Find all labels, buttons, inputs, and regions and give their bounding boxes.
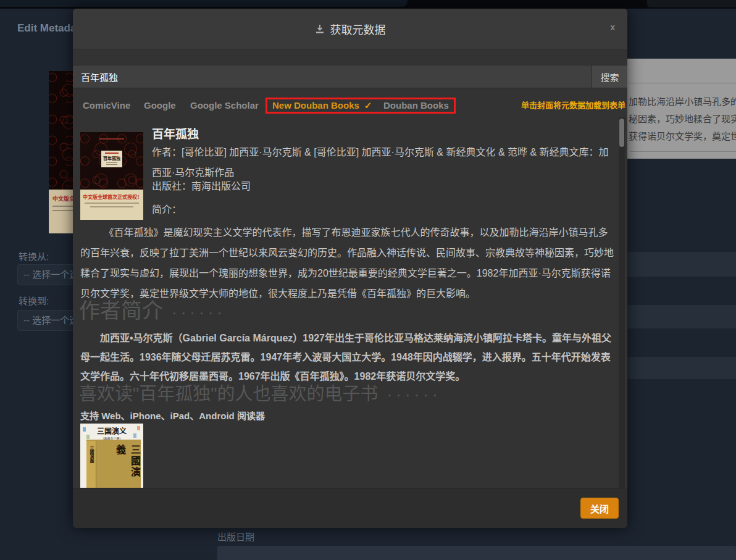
intro-label: 简介： bbox=[152, 201, 182, 216]
modal-header: 获取元数据 x bbox=[73, 9, 627, 49]
search-row: 搜索 bbox=[73, 65, 627, 88]
navbar-right-piece bbox=[647, 0, 736, 7]
result-book-cover[interactable]: 百年孤独 中文版全球首次正式授权！ bbox=[80, 132, 143, 220]
result-author-line: 作者：[哥伦比亚] 加西亚·马尔克斯 & [哥伦比亚] 加西亚·马尔克斯 & 新… bbox=[152, 142, 616, 183]
cover-label: 百年孤独 bbox=[101, 151, 122, 167]
search-input[interactable] bbox=[73, 65, 592, 88]
red-highlight-box bbox=[266, 98, 456, 114]
pubdate-label: 出版日期 bbox=[217, 530, 254, 543]
tab-google[interactable]: Google bbox=[144, 98, 176, 113]
related-cover-book: 三國演義 三國演義 bbox=[86, 440, 141, 488]
download-icon bbox=[315, 24, 325, 34]
author-bio: 加西亚•马尔克斯（Gabriel García Márquez）1927年出生于… bbox=[80, 328, 615, 386]
readers-support-line: 支持 Web、iPhone、iPad、Android 阅读器 bbox=[80, 409, 265, 422]
modal-footer: 关闭 bbox=[73, 488, 627, 528]
results-area: 百年孤独 中文版全球首次正式授权！ 百年孤独 作者：[哥伦比亚] 加西亚·马尔克… bbox=[73, 117, 627, 488]
result-publisher-line: 出版社：南海出版公司 bbox=[152, 178, 251, 193]
pubdate-input bbox=[217, 546, 736, 560]
fetch-metadata-modal: 获取元数据 x 搜索 ComicVine Google Google Schol… bbox=[73, 9, 627, 528]
edit-metadata-page-title: Edit Metadat bbox=[17, 22, 80, 35]
scrollbar-thumb[interactable] bbox=[619, 119, 624, 147]
close-button[interactable]: 关闭 bbox=[580, 498, 619, 519]
form-field bbox=[627, 305, 736, 328]
likes-section-heading: 喜欢读"百年孤独"的人也喜欢的电子书······ bbox=[79, 379, 441, 405]
modal-title: 获取元数据 bbox=[330, 21, 386, 37]
related-book-cover[interactable]: 三国演义 （典藏全三册） 三國演義 三國演義 bbox=[80, 424, 143, 488]
close-icon[interactable]: x bbox=[611, 22, 616, 31]
convert-to-label: 转换到: bbox=[19, 294, 49, 307]
result-title: 百年孤独 bbox=[152, 125, 199, 141]
tab-google-scholar[interactable]: Google Scholar bbox=[190, 98, 259, 113]
navbar-search-strip bbox=[0, 0, 408, 7]
convert-from-label: 转换从: bbox=[19, 249, 49, 262]
form-field bbox=[627, 252, 736, 277]
tab-comicvine[interactable]: ComicVine bbox=[83, 98, 130, 113]
top-navbar bbox=[0, 0, 736, 9]
scrollbar-track[interactable] bbox=[619, 117, 625, 488]
textarea-line: 加勒比海沿岸小镇马孔多的 bbox=[629, 94, 736, 107]
load-hint-text: 单击封面将元数据加载到表单 bbox=[521, 99, 625, 111]
search-button[interactable]: 搜索 bbox=[592, 65, 627, 88]
textarea-line: 获得诺贝尔文学奖，奠定世 bbox=[629, 129, 736, 142]
result-description: 《百年孤独》是魔幻现实主义文学的代表作，描写了布恩迪亚家族七代人的传奇故事，以及… bbox=[80, 222, 615, 304]
cover-bottom-band: 中文版全球首次正式授权！ bbox=[80, 190, 143, 220]
author-section-heading: 作者简介······ bbox=[79, 294, 226, 324]
description-textarea: 加勒比海沿岸小镇马孔多的 秘因素，巧妙地糅合了现实 获得诺贝尔文学奖，奠定世 bbox=[627, 59, 736, 159]
textarea-line: 秘因素，巧妙地糅合了现实 bbox=[629, 112, 736, 125]
form-field bbox=[627, 357, 736, 379]
screen: Edit Metadat 中文版全球首次正式授权！ 转换从: -- 选择一个选 … bbox=[0, 0, 736, 560]
